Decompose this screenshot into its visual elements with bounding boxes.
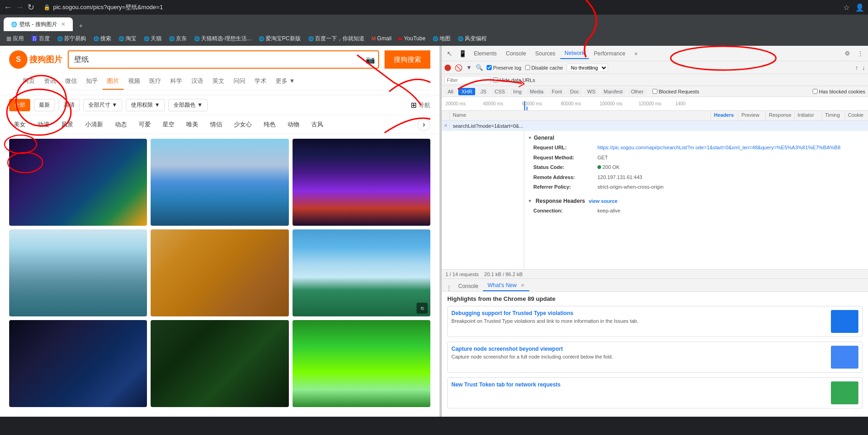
news-link-1[interactable]: Debugging support for Trusted Type viola…: [451, 310, 827, 316]
hide-data-urls-checkbox[interactable]: [493, 77, 498, 82]
network-filter-input[interactable]: [445, 76, 490, 84]
nav-refresh[interactable]: ↻: [27, 2, 34, 12]
news-link-3[interactable]: New Trust Token tab for network requests: [451, 381, 827, 388]
active-tab[interactable]: 🌐 壁纸 - 搜狗图片 ✕: [4, 17, 73, 31]
col-initiator[interactable]: Initiator: [795, 111, 822, 120]
bookmark-aitaobao[interactable]: 🌐 爱淘宝PC新版: [256, 34, 304, 44]
image-7[interactable]: [9, 320, 147, 407]
preserve-log-checkbox[interactable]: [487, 65, 492, 70]
cat-dynamic[interactable]: 动态: [110, 119, 131, 130]
image-8[interactable]: [151, 320, 288, 407]
bookmark-taobao[interactable]: 🌐 淘宝: [116, 34, 139, 44]
cat-solid[interactable]: 纯色: [259, 119, 280, 130]
bottom-tab-whatsnew[interactable]: What's New ✕: [483, 281, 529, 291]
clear-btn[interactable]: 🚫: [455, 64, 462, 71]
col-timing[interactable]: Timing: [822, 111, 845, 120]
devtools-more-btn[interactable]: ⋮: [854, 48, 866, 60]
devtools-settings-btn[interactable]: ⚙: [841, 48, 853, 60]
bookmark-gmail[interactable]: M Gmail: [369, 34, 395, 43]
type-css[interactable]: CSS: [491, 88, 508, 95]
filter-latest[interactable]: 最新: [34, 99, 55, 111]
throttle-select[interactable]: No throttling: [567, 64, 608, 72]
nav-science[interactable]: 科学: [166, 75, 187, 90]
nav-academic[interactable]: 学术: [250, 75, 271, 90]
filter-toggle-btn[interactable]: ▼: [466, 64, 472, 71]
cat-couple[interactable]: 情侣: [206, 119, 227, 130]
image-9[interactable]: [293, 320, 430, 407]
network-row[interactable]: ✕ searchList?mode=1&start=0&...: [442, 121, 868, 131]
type-xhr[interactable]: XHR: [458, 88, 475, 95]
col-cookie[interactable]: Cookie: [845, 111, 868, 120]
hide-data-urls-label[interactable]: Hide data URLs: [493, 77, 535, 83]
download-icon[interactable]: ↓: [862, 64, 865, 71]
bottom-tab-console[interactable]: Console: [454, 282, 483, 291]
tab-network[interactable]: Network: [560, 48, 589, 59]
nav-ask[interactable]: 问问: [229, 75, 250, 90]
tab-console[interactable]: Console: [501, 49, 531, 59]
view-source-link[interactable]: view source: [589, 198, 618, 204]
cat-anime[interactable]: 动漫: [33, 119, 54, 130]
cat-cute[interactable]: 可爱: [134, 119, 155, 130]
cat-girly[interactable]: 少女心: [229, 119, 256, 130]
image-6[interactable]: ⎋: [293, 229, 430, 316]
cat-beauty[interactable]: 美女: [9, 119, 30, 130]
type-js[interactable]: JS: [477, 88, 489, 95]
profile-icon[interactable]: 👤: [855, 3, 864, 12]
search-button[interactable]: 搜狗搜索: [385, 50, 430, 69]
cat-fresh[interactable]: 小清新: [81, 119, 108, 130]
nav-english[interactable]: 英文: [208, 75, 229, 90]
grid-controls[interactable]: ⊞ 导航: [411, 101, 430, 109]
col-response[interactable]: Response: [766, 111, 795, 120]
bookmark-tmall[interactable]: 🌐 天猫: [141, 34, 164, 44]
cat-ancient[interactable]: 古风: [307, 119, 328, 130]
image-5[interactable]: [151, 229, 288, 316]
nav-chinese[interactable]: 汉语: [187, 75, 208, 90]
type-other[interactable]: Other: [628, 88, 647, 95]
search-box[interactable]: 📷: [68, 50, 379, 69]
nav-webpage[interactable]: 网页: [18, 75, 39, 90]
filter-all[interactable]: 全部: [9, 99, 30, 111]
image-1[interactable]: [9, 139, 147, 226]
has-blocked-cookies-checkbox[interactable]: [813, 89, 818, 94]
bookmark-suning[interactable]: 🌐 苏宁易购: [54, 34, 89, 44]
type-media[interactable]: Media: [526, 88, 547, 95]
tab-elements[interactable]: Elements: [469, 49, 501, 59]
cat-scenery[interactable]: 风景: [57, 119, 78, 130]
row-close-btn[interactable]: ✕: [442, 122, 450, 130]
image-3[interactable]: [293, 139, 430, 226]
nav-images[interactable]: 图片: [103, 75, 124, 90]
nav-more[interactable]: 更多 ▼: [271, 75, 299, 90]
type-ws[interactable]: WS: [584, 88, 599, 95]
nav-back[interactable]: ←: [4, 3, 12, 12]
upload-icon[interactable]: ↑: [855, 64, 858, 71]
response-headers-header[interactable]: Response Headers view source: [528, 196, 864, 206]
tab-more[interactable]: »: [630, 49, 642, 59]
news-link-2[interactable]: Capture node screenshot beyond viewport: [451, 346, 827, 352]
cat-animal[interactable]: 动物: [283, 119, 304, 130]
filter-size[interactable]: 全部尺寸 ▼: [83, 99, 122, 111]
type-all[interactable]: All: [445, 88, 456, 95]
image-2[interactable]: [151, 139, 288, 226]
nav-wechat[interactable]: 微信: [60, 75, 81, 90]
bookmark-jd[interactable]: 🌐 京东: [166, 34, 190, 44]
cat-starry[interactable]: 星空: [158, 119, 179, 130]
bottom-drag-icon[interactable]: ⋮: [445, 285, 454, 291]
device-toolbar-btn[interactable]: 📱: [456, 48, 468, 60]
tab-performance[interactable]: Performance: [589, 49, 630, 59]
blocked-requests-checkbox[interactable]: [652, 89, 657, 94]
filter-rights[interactable]: 使用权限 ▼: [126, 99, 165, 111]
filter-hd[interactable]: 高清: [59, 99, 80, 111]
has-blocked-cookies-label[interactable]: Has blocked cookies: [813, 89, 865, 94]
camera-icon[interactable]: 📷: [362, 51, 378, 68]
tab-sources[interactable]: Sources: [531, 49, 560, 59]
nav-video[interactable]: 视频: [124, 75, 145, 90]
col-headers[interactable]: Headers: [711, 111, 738, 120]
bookmark-search[interactable]: 🌐 搜索: [91, 34, 114, 44]
search-network-btn[interactable]: 🔍: [476, 64, 483, 71]
image-4[interactable]: [9, 229, 147, 316]
disable-cache-checkbox[interactable]: [525, 65, 530, 70]
record-btn[interactable]: [445, 65, 451, 71]
search-input[interactable]: [69, 51, 362, 68]
general-section-header[interactable]: General: [528, 133, 864, 143]
bookmark-tmall2[interactable]: 🌐 天猫精选-理想生活...: [191, 34, 254, 44]
